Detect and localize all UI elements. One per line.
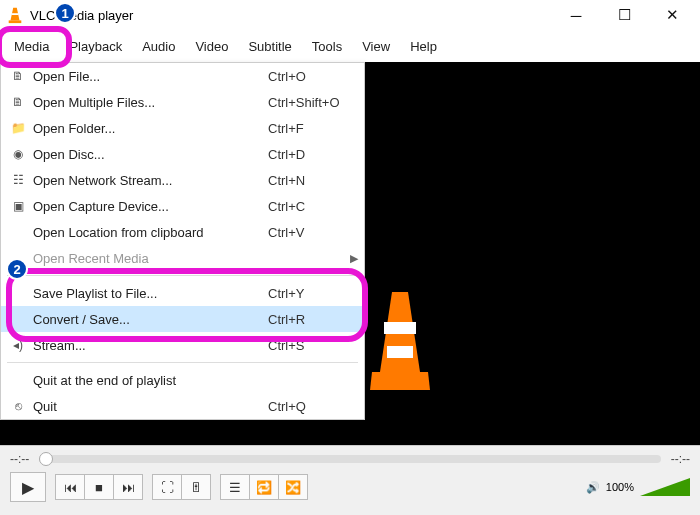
svg-rect-2 [9,20,22,23]
seek-slider[interactable] [39,455,660,463]
menu-tools[interactable]: Tools [302,35,352,58]
svg-marker-6 [370,372,430,390]
folder-icon: 📁 [7,119,29,137]
menu-open-network-stream[interactable]: ☷ Open Network Stream... Ctrl+N [1,167,364,193]
network-icon: ☷ [7,171,29,189]
loop-button[interactable]: 🔁 [249,474,279,500]
minimize-button[interactable]: ─ [564,3,588,27]
close-button[interactable]: ✕ [660,3,684,27]
svg-marker-7 [640,478,690,496]
shuffle-button[interactable]: 🔀 [278,474,308,500]
menu-open-folder[interactable]: 📁 Open Folder... Ctrl+F [1,115,364,141]
media-dropdown: 🗎 Open File... Ctrl+O 🗎 Open Multiple Fi… [0,62,365,420]
window-controls: ─ ☐ ✕ [564,3,694,27]
next-button[interactable]: ⏭ [113,474,143,500]
disc-icon: ◉ [7,145,29,163]
svg-rect-4 [384,322,416,334]
menu-subtitle[interactable]: Subtitle [238,35,301,58]
volume-slider[interactable] [640,478,690,496]
playlist-button[interactable]: ☰ [220,474,250,500]
menu-view[interactable]: View [352,35,400,58]
annotation-bubble-1: 1 [54,2,76,24]
menu-open-disc[interactable]: ◉ Open Disc... Ctrl+D [1,141,364,167]
mute-button[interactable]: 🔊 [586,481,600,494]
window-title: VLC media player [30,8,564,23]
menu-open-multiple-files[interactable]: 🗎 Open Multiple Files... Ctrl+Shift+O [1,89,364,115]
previous-button[interactable]: ⏮ [55,474,85,500]
submenu-arrow-icon: ▶ [350,252,358,265]
menu-help[interactable]: Help [400,35,447,58]
time-current: --:-- [10,452,29,466]
maximize-button[interactable]: ☐ [612,3,636,27]
capture-icon: ▣ [7,197,29,215]
annotation-bubble-2: 2 [6,258,28,280]
time-total: --:-- [671,452,690,466]
stop-button[interactable]: ■ [84,474,114,500]
svg-rect-1 [11,13,18,15]
play-button[interactable]: ▶ [10,472,46,502]
vlc-cone-logo [370,292,420,392]
player-controls: --:-- --:-- ▶ ⏮ ■ ⏭ ⛶ 🎚 ☰ 🔁 🔀 🔊 100% [0,445,700,515]
fullscreen-button[interactable]: ⛶ [152,474,182,500]
menu-quit[interactable]: ⎋ Quit Ctrl+Q [1,393,364,419]
menu-quit-end-playlist[interactable]: Quit at the end of playlist [1,367,364,393]
menu-open-capture-device[interactable]: ▣ Open Capture Device... Ctrl+C [1,193,364,219]
quit-icon: ⎋ [7,397,29,415]
annotation-highlight-1 [0,26,72,68]
menu-video[interactable]: Video [185,35,238,58]
slider-thumb-icon[interactable] [39,452,53,466]
menu-open-clipboard[interactable]: Open Location from clipboard Ctrl+V [1,219,364,245]
volume-text: 100% [606,481,634,493]
menu-separator [7,362,358,363]
menu-audio[interactable]: Audio [132,35,185,58]
title-bar: VLC media player ─ ☐ ✕ [0,0,700,30]
annotation-highlight-2 [6,268,368,342]
svg-rect-5 [387,346,413,358]
file-icon: 🗎 [7,67,29,85]
files-icon: 🗎 [7,93,29,111]
menu-bar: Media Playback Audio Video Subtitle Tool… [0,30,700,62]
vlc-cone-icon [6,6,24,24]
extended-settings-button[interactable]: 🎚 [181,474,211,500]
